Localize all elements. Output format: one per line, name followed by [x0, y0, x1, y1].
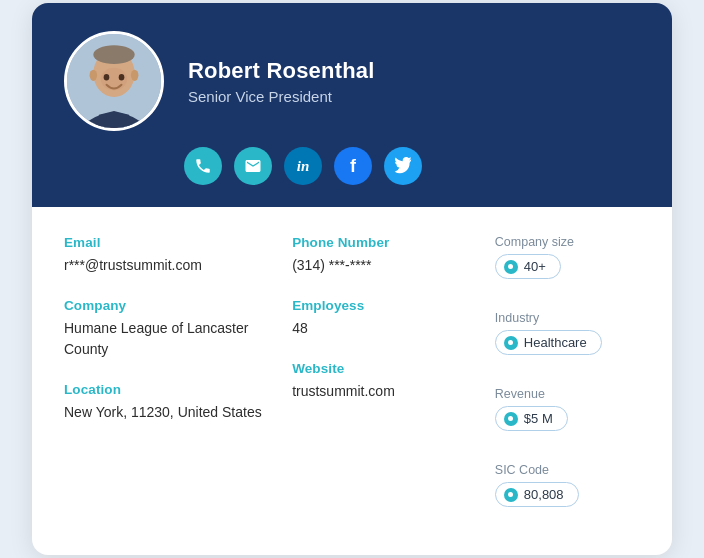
location-label: Location: [64, 382, 292, 397]
website-section: Website trustsummit.com: [292, 361, 479, 402]
sic-group: SIC Code 80,808: [495, 463, 640, 517]
company-label: Company: [64, 298, 292, 313]
info-right: Company size 40+ Industry Healthcare Rev…: [479, 235, 640, 527]
card-header: Robert Rosenthal Senior Vice President i…: [32, 3, 672, 207]
company-size-label: Company size: [495, 235, 640, 249]
social-icons: in f: [184, 147, 422, 185]
card-body: Email r***@trustsummit.com Company Human…: [32, 207, 672, 555]
profile-card: Robert Rosenthal Senior Vice President i…: [32, 3, 672, 555]
industry-label: Industry: [495, 311, 640, 325]
badge-dot-sic: [504, 488, 518, 502]
email-value: r***@trustsummit.com: [64, 255, 292, 276]
phone-label: Phone Number: [292, 235, 479, 250]
employees-label: Employess: [292, 298, 479, 313]
svg-point-7: [93, 45, 134, 64]
company-size-group: Company size 40+: [495, 235, 640, 289]
industry-value: Healthcare: [524, 335, 587, 350]
sic-badge[interactable]: 80,808: [495, 482, 579, 507]
revenue-label: Revenue: [495, 387, 640, 401]
email-label: Email: [64, 235, 292, 250]
avatar: [64, 31, 164, 131]
profile-name: Robert Rosenthal: [188, 58, 375, 84]
badge-dot-revenue: [504, 412, 518, 426]
website-value: trustsummit.com: [292, 381, 479, 402]
header-top: Robert Rosenthal Senior Vice President: [64, 31, 375, 131]
employees-section: Employess 48: [292, 298, 479, 339]
svg-point-12: [119, 74, 125, 81]
company-size-value: 40+: [524, 259, 546, 274]
company-section: Company Humane League of Lancaster Count…: [64, 298, 292, 360]
info-middle: Phone Number (314) ***-**** Employess 48…: [292, 235, 479, 527]
revenue-value: $5 M: [524, 411, 553, 426]
badge-dot-size: [504, 260, 518, 274]
email-icon[interactable]: [234, 147, 272, 185]
info-left: Email r***@trustsummit.com Company Human…: [64, 235, 292, 527]
svg-point-8: [90, 70, 98, 81]
location-value: New York, 11230, United States: [64, 402, 292, 423]
phone-icon[interactable]: [184, 147, 222, 185]
company-size-badge[interactable]: 40+: [495, 254, 561, 279]
phone-section: Phone Number (314) ***-****: [292, 235, 479, 276]
location-section: Location New York, 11230, United States: [64, 382, 292, 423]
svg-point-9: [131, 70, 139, 81]
profile-title: Senior Vice President: [188, 88, 375, 105]
facebook-icon[interactable]: f: [334, 147, 372, 185]
sic-label: SIC Code: [495, 463, 640, 477]
industry-badge[interactable]: Healthcare: [495, 330, 602, 355]
employees-value: 48: [292, 318, 479, 339]
twitter-icon[interactable]: [384, 147, 422, 185]
badge-dot-industry: [504, 336, 518, 350]
revenue-badge[interactable]: $5 M: [495, 406, 568, 431]
email-section: Email r***@trustsummit.com: [64, 235, 292, 276]
header-info: Robert Rosenthal Senior Vice President: [188, 58, 375, 105]
linkedin-icon[interactable]: in: [284, 147, 322, 185]
sic-value: 80,808: [524, 487, 564, 502]
revenue-group: Revenue $5 M: [495, 387, 640, 441]
svg-point-11: [104, 74, 110, 81]
phone-value: (314) ***-****: [292, 255, 479, 276]
website-label: Website: [292, 361, 479, 376]
company-value: Humane League of Lancaster County: [64, 318, 292, 360]
industry-group: Industry Healthcare: [495, 311, 640, 365]
